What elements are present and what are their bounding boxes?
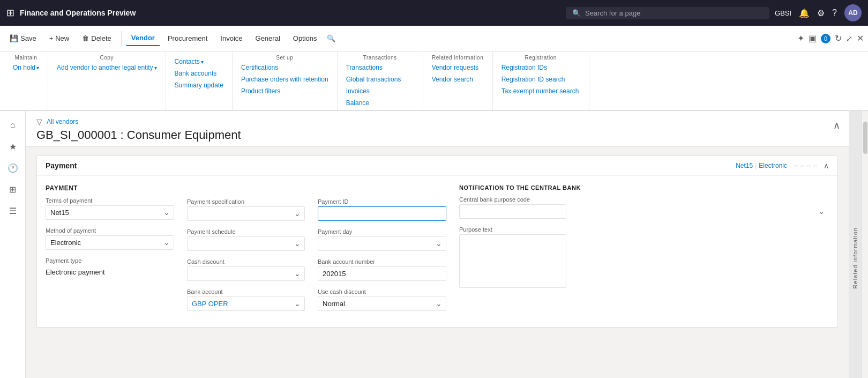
section-title: Payment bbox=[46, 161, 77, 170]
contacts-menu[interactable]: Contacts bbox=[175, 57, 204, 66]
save-button[interactable]: 💾 Save bbox=[4, 31, 42, 46]
payment-id-label: Payment ID bbox=[318, 198, 446, 205]
search-box[interactable]: 🔍 Search for a page bbox=[566, 7, 769, 19]
menu-group-contacts: Contacts Bank accounts Summary update bbox=[166, 51, 233, 110]
vendor-requests-menu[interactable]: Vendor requests bbox=[432, 63, 478, 72]
payment-day-select[interactable] bbox=[318, 236, 446, 251]
scrollbar[interactable] bbox=[862, 111, 868, 378]
sidebar-favorites[interactable]: ★ bbox=[3, 137, 23, 156]
refresh-icon[interactable]: ↻ bbox=[835, 33, 842, 43]
notification-icon[interactable]: 🔔 bbox=[799, 8, 810, 18]
terms-of-payment-group: Terms of payment Net15 bbox=[46, 197, 174, 220]
vendor-search-menu[interactable]: Vendor search bbox=[432, 75, 473, 84]
payment-id-group: Payment ID bbox=[318, 198, 446, 221]
sidebar-home[interactable]: ⌂ bbox=[3, 115, 23, 135]
registration-id-search-menu[interactable]: Registration ID search bbox=[502, 75, 565, 84]
tab-options[interactable]: Options bbox=[288, 31, 323, 46]
scroll-thumb[interactable] bbox=[863, 122, 867, 154]
sidebar-workspaces[interactable]: ⊞ bbox=[3, 180, 23, 199]
payment-spec-group: Payment specification bbox=[187, 198, 305, 221]
bank-account-number-label: Bank account number bbox=[318, 258, 446, 265]
registration-ids-menu[interactable]: Registration IDs bbox=[502, 63, 547, 72]
payment-day-group: Payment day bbox=[318, 228, 446, 251]
use-cash-discount-group: Use cash discount Normal bbox=[318, 288, 446, 311]
payment-section: Payment Net15 | Electronic -- -- -- -- ∧ bbox=[36, 155, 838, 328]
payment-id-input[interactable] bbox=[318, 206, 446, 221]
bank-account-number-input[interactable] bbox=[318, 266, 446, 281]
transactions-menu[interactable]: Transactions bbox=[346, 63, 383, 72]
delete-icon: 🗑 bbox=[82, 34, 89, 42]
payment-type-group: Payment type Electronic payment bbox=[46, 257, 174, 279]
method-select[interactable]: Electronic bbox=[46, 235, 174, 250]
purpose-text-input[interactable] bbox=[459, 234, 566, 288]
close-icon[interactable]: ✕ bbox=[857, 33, 864, 43]
panel-collapse-icon[interactable]: ∧ bbox=[833, 120, 840, 131]
page-header: ▽ All vendors GB_SI_000001 : Consumer Eq… bbox=[26, 111, 849, 147]
tag-net15[interactable]: Net15 bbox=[736, 162, 753, 169]
panel-icon[interactable]: ▣ bbox=[809, 33, 817, 43]
cash-discount-group: Cash discount bbox=[187, 258, 305, 281]
payment-day-label: Payment day bbox=[318, 228, 446, 235]
new-button[interactable]: + New bbox=[44, 31, 75, 46]
section-collapse-icon[interactable]: ∧ bbox=[824, 161, 829, 170]
cash-discount-select[interactable] bbox=[187, 266, 305, 281]
terms-select[interactable]: Net15 bbox=[46, 205, 174, 220]
tab-procurement[interactable]: Procurement bbox=[162, 31, 213, 46]
search-ribbon-icon[interactable]: 🔍 bbox=[327, 34, 335, 42]
popout-icon[interactable]: ⤢ bbox=[846, 34, 852, 43]
bank-account-select[interactable]: GBP OPER bbox=[187, 297, 305, 311]
bank-accounts-menu[interactable]: Bank accounts bbox=[175, 69, 217, 78]
payment-schedule-label: Payment schedule bbox=[187, 228, 305, 235]
balance-menu[interactable]: Balance bbox=[346, 98, 369, 108]
delete-button[interactable]: 🗑 Delete bbox=[77, 31, 117, 46]
menu-group-related: Related information Vendor requests Vend… bbox=[423, 51, 493, 110]
tab-invoice[interactable]: Invoice bbox=[215, 31, 248, 46]
central-bank-select[interactable] bbox=[459, 204, 566, 219]
payment-spec-select-wrap bbox=[187, 206, 305, 221]
related-information-label: Related information bbox=[852, 227, 858, 288]
tax-exempt-search-menu[interactable]: Tax exempt number search bbox=[502, 86, 579, 96]
central-bank-purpose-group: Central bank purpose code bbox=[459, 196, 829, 219]
settings-icon[interactable]: ⚙ bbox=[817, 8, 825, 18]
product-filters-menu[interactable]: Product filters bbox=[241, 86, 280, 96]
bank-account-label: Bank account bbox=[187, 288, 305, 295]
filter-icon[interactable]: ▽ bbox=[36, 117, 42, 126]
tab-general[interactable]: General bbox=[250, 31, 286, 46]
help-icon[interactable]: ? bbox=[832, 8, 837, 18]
method-of-payment-group: Method of payment Electronic bbox=[46, 227, 174, 250]
form-columns: PAYMENT Terms of payment Net15 bbox=[46, 184, 829, 318]
related-information-panel[interactable]: Related information bbox=[849, 111, 862, 378]
sidebar-modules[interactable]: ☰ bbox=[3, 201, 23, 220]
central-bank-label: Central bank purpose code bbox=[459, 196, 829, 203]
payment-spec-select[interactable] bbox=[187, 206, 305, 221]
grid-icon[interactable]: ⊞ bbox=[6, 7, 14, 19]
breadcrumb[interactable]: All vendors bbox=[47, 118, 78, 125]
summary-update-menu[interactable]: Summary update bbox=[175, 80, 223, 90]
invoices-menu[interactable]: Invoices bbox=[346, 86, 370, 96]
certifications-menu[interactable]: Certifications bbox=[241, 63, 278, 72]
payment-schedule-select[interactable] bbox=[187, 236, 305, 251]
on-hold-menu[interactable]: On hold bbox=[13, 63, 39, 72]
purpose-text-label: Purpose text bbox=[459, 226, 829, 233]
sidebar-recent[interactable]: 🕐 bbox=[3, 158, 23, 177]
save-icon: 💾 bbox=[10, 34, 18, 42]
use-cash-discount-select-wrap: Normal bbox=[318, 297, 446, 311]
favorites-icon[interactable]: ✦ bbox=[797, 33, 804, 43]
add-vendor-menu[interactable]: Add vendor to another legal entity bbox=[57, 63, 156, 72]
badge-count: 0 bbox=[821, 34, 830, 43]
payment-group-title: PAYMENT bbox=[46, 184, 174, 192]
avatar[interactable]: AD bbox=[844, 4, 862, 21]
terms-select-wrap: Net15 bbox=[46, 205, 174, 220]
tag-electronic[interactable]: Electronic bbox=[759, 162, 787, 169]
payment-id-col: Payment ID Payment day bbox=[318, 184, 446, 318]
ribbon-bar: 💾 Save + New 🗑 Delete Vendor Procurement… bbox=[0, 26, 868, 51]
org-code: GBSI bbox=[775, 9, 791, 17]
bank-account-select-wrap: GBP OPER bbox=[187, 297, 305, 311]
global-transactions-menu[interactable]: Global transactions bbox=[346, 75, 401, 84]
tab-vendor[interactable]: Vendor bbox=[126, 31, 160, 46]
notification-col: NOTIFICATION TO THE CENTRAL BANK Central… bbox=[459, 184, 829, 318]
purchase-orders-menu[interactable]: Purchase orders with retention bbox=[241, 75, 328, 84]
use-cash-discount-select[interactable]: Normal bbox=[318, 297, 446, 311]
central-bank-select-wrap bbox=[459, 204, 829, 219]
payment-schedule-group: Payment schedule bbox=[187, 228, 305, 251]
